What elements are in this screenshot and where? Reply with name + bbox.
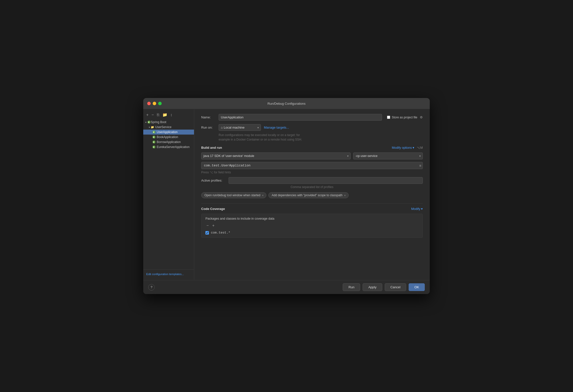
title-bar: Run/Debug Configurations	[143, 98, 430, 109]
tag-open-tool-window: Open run/debug tool window when started …	[201, 192, 266, 198]
tree-item-user-service[interactable]: ▾ 📁 UserService	[143, 125, 194, 130]
run-on-select[interactable]: ⌂ Local machine	[219, 124, 261, 131]
store-project-area: Store as project file ⚙	[387, 115, 423, 119]
main-content: + − ⎘ 📁 ↕ ▾ Spring Boot	[143, 109, 430, 280]
browse-main-class-button[interactable]: ≡	[419, 164, 421, 168]
sidebar-toolbar: + − ⎘ 📁 ↕	[143, 111, 194, 119]
user-app-spring-icon	[152, 130, 156, 134]
sidebar-footer: Edit configuration templates...	[143, 269, 194, 278]
manage-targets-link[interactable]: Manage targets...	[264, 126, 289, 129]
run-on-label: Run on:	[201, 126, 219, 129]
code-coverage-header: Code Coverage Modify ▾	[201, 207, 423, 211]
eureka-app-spring-icon	[152, 145, 156, 149]
modify-options-area: Modify options ▾ ⌥M	[392, 146, 423, 149]
copy-config-button[interactable]: ⎘	[156, 112, 160, 118]
coverage-add-button[interactable]: +	[211, 223, 215, 228]
profiles-hint: Comma separated list of profiles	[201, 185, 423, 189]
book-application-label: BookApplication	[157, 135, 178, 139]
spring-boot-icon	[147, 120, 151, 124]
dialog-title: Run/Debug Configurations	[267, 102, 305, 105]
sdk-select[interactable]: java 17 SDK of 'user-service' module	[201, 152, 351, 159]
remove-config-button[interactable]: −	[150, 112, 155, 118]
run-button[interactable]: Run	[343, 283, 360, 291]
run-debug-dialog: Run/Debug Configurations + − ⎘ 📁 ↕ ▾	[143, 98, 430, 294]
build-run-section-header: Build and run Modify options ▾ ⌥M	[201, 146, 423, 149]
coverage-section-title: Packages and classes to include in cover…	[205, 217, 419, 220]
tree-item-eureka-application[interactable]: EurekaServerApplication	[143, 145, 194, 149]
name-row: Name: Store as project file ⚙	[201, 114, 423, 121]
main-class-input[interactable]	[201, 162, 423, 169]
apply-button[interactable]: Apply	[363, 283, 382, 291]
spring-boot-label: Spring Boot	[151, 120, 166, 124]
run-on-row: Run on: ⌂ Local machine Manage targets..…	[201, 124, 423, 131]
ok-button[interactable]: OK	[409, 283, 425, 291]
cp-select-wrapper: -cp user-service	[353, 152, 423, 159]
config-tree: ▾ Spring Boot ▾ 📁 UserService	[143, 120, 194, 269]
user-service-label: UserService	[155, 125, 171, 129]
modify-options-shortcut: ⌥M	[417, 146, 423, 149]
active-profiles-label: Active profiles:	[201, 179, 229, 182]
bottom-bar: ? Run Apply Cancel OK	[143, 280, 430, 294]
field-hint: Press ⌥ for field hints	[201, 171, 423, 174]
tree-item-user-application[interactable]: UserApplication	[143, 130, 194, 135]
tree-item-book-application[interactable]: BookApplication	[143, 135, 194, 140]
store-project-label: Store as project file	[392, 116, 417, 119]
tag-open-tool-window-close[interactable]: ×	[262, 194, 264, 197]
main-class-input-wrapper: ≡	[201, 162, 423, 169]
minimize-button[interactable]	[153, 102, 156, 105]
settings-icon[interactable]: ⚙	[420, 115, 423, 119]
cancel-button[interactable]: Cancel	[385, 283, 406, 291]
sidebar: + − ⎘ 📁 ↕ ▾ Spring Boot	[143, 109, 194, 280]
user-application-label: UserApplication	[157, 130, 178, 134]
coverage-item-label: com.test.*	[211, 231, 230, 235]
folder-icon: 📁	[151, 126, 154, 129]
tag-add-dependencies-close[interactable]: ×	[344, 194, 346, 197]
maximize-button[interactable]	[158, 102, 162, 105]
book-app-spring-icon	[152, 135, 156, 139]
coverage-toolbar: − +	[205, 223, 419, 228]
code-coverage-title: Code Coverage	[201, 207, 225, 211]
bottom-actions: Run Apply Cancel OK	[343, 283, 425, 291]
coverage-remove-button[interactable]: −	[205, 223, 210, 228]
coverage-item-checkbox[interactable]	[205, 231, 209, 235]
active-profiles-row: Active profiles:	[201, 177, 423, 184]
tag-add-dependencies-label: Add dependencies with "provided" scope t…	[272, 194, 342, 197]
main-class-row: ≡	[201, 162, 423, 169]
coverage-content: Packages and classes to include in cover…	[201, 214, 423, 238]
tree-item-borrow-application[interactable]: BorrowApplication	[143, 140, 194, 145]
store-project-checkbox[interactable]	[387, 116, 390, 119]
tree-item-spring-boot[interactable]: ▾ Spring Boot	[143, 120, 194, 125]
traffic-lights	[147, 102, 162, 105]
local-machine-select-wrapper: ⌂ Local machine	[219, 124, 261, 131]
chevron-down-icon-2: ▾	[149, 126, 150, 129]
sdk-select-wrapper: java 17 SDK of 'user-service' module	[201, 152, 351, 159]
divider	[201, 203, 423, 203]
eureka-application-label: EurekaServerApplication	[157, 145, 190, 149]
cp-select[interactable]: -cp user-service	[353, 152, 423, 159]
chevron-down-icon: ▾	[145, 121, 146, 124]
borrow-application-label: BorrowApplication	[157, 140, 181, 144]
build-run-title: Build and run	[201, 146, 222, 149]
modify-coverage-button[interactable]: Modify ▾	[411, 207, 423, 211]
modify-options-button[interactable]: Modify options ▾	[392, 146, 414, 149]
build-run-grid: java 17 SDK of 'user-service' module -cp…	[201, 152, 423, 159]
sort-button[interactable]: ↕	[169, 112, 173, 118]
tags-row: Open run/debug tool window when started …	[201, 192, 423, 198]
move-folder-button[interactable]: 📁	[161, 112, 168, 118]
run-hint: Run configurations may be executed local…	[219, 133, 423, 142]
name-label: Name:	[201, 115, 219, 119]
name-input[interactable]	[219, 114, 382, 121]
right-panel: Name: Store as project file ⚙ Run on: ⌂ …	[194, 109, 430, 280]
tag-add-dependencies: Add dependencies with "provided" scope t…	[268, 192, 348, 198]
edit-templates-link[interactable]: Edit configuration templates...	[146, 273, 184, 276]
tag-open-tool-window-label: Open run/debug tool window when started	[204, 194, 260, 197]
help-button[interactable]: ?	[148, 284, 155, 291]
add-config-button[interactable]: +	[145, 112, 149, 118]
close-button[interactable]	[147, 102, 151, 105]
active-profiles-input[interactable]	[229, 177, 423, 184]
coverage-item: com.test.*	[205, 231, 419, 235]
borrow-app-spring-icon	[152, 140, 156, 144]
